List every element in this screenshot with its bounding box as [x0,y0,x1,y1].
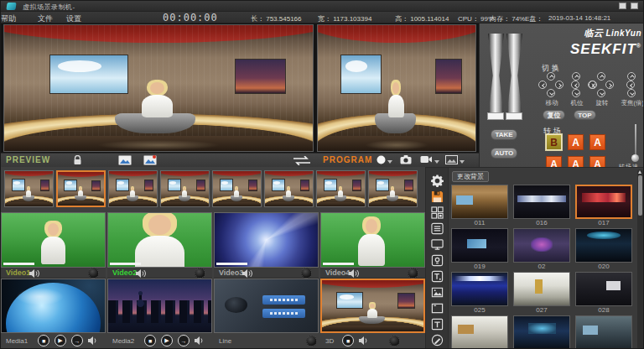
media2-loop-button[interactable]: → [178,335,190,346]
pad-down-button[interactable] [572,89,580,97]
source-settings-gear-icon[interactable] [195,268,205,279]
lock-icon[interactable] [73,155,85,165]
video-thumbnail[interactable] [214,212,319,268]
video-thumbnail[interactable] [320,212,425,268]
pad-left-button[interactable] [589,81,597,89]
camera-angle-thumbnail[interactable] [160,170,210,207]
image-layer-icon[interactable] [431,286,444,299]
take-button[interactable]: TAKE [491,129,517,140]
scene-grid-item[interactable]: 020 [575,228,632,272]
tbar-fader-right[interactable] [506,34,522,117]
scene-image-alt-icon[interactable] [143,155,155,165]
pad-down-button[interactable] [547,89,555,97]
camera-angle-thumbnail[interactable] [212,170,262,207]
transition-tile-button[interactable]: A [568,134,584,150]
scene-grid-item[interactable] [513,315,570,349]
media1-thumbnail[interactable] [1,279,106,333]
scene-grid-item[interactable]: 011 [451,185,508,228]
virtual-settings-gear-icon[interactable] [389,336,400,346]
scene-image-icon[interactable] [118,155,130,165]
source-settings-gear-icon[interactable] [408,268,418,279]
tbar-fader-left[interactable] [488,34,504,117]
pad-up-button[interactable] [572,72,580,81]
camera-angle-thumbnail[interactable] [368,170,418,207]
title-text-icon[interactable] [431,318,444,331]
source-settings-gear-icon[interactable] [88,268,99,279]
scene-grid-item[interactable]: 028 [575,272,632,315]
monitor-icon[interactable] [431,238,444,251]
speaker-icon[interactable] [349,269,359,278]
draw-pen-icon[interactable] [431,334,444,346]
top-button[interactable]: TOP [574,110,596,120]
speaker-icon[interactable] [136,269,146,278]
media1-loop-button[interactable]: → [71,335,83,346]
media1-stop-button[interactable]: ■ [38,335,49,346]
text-tool-icon[interactable] [431,270,444,283]
pad-up-button[interactable] [597,72,605,81]
camera-angle-thumbnail[interactable] [264,170,314,207]
playlist-icon[interactable] [431,222,444,235]
save-floppy-icon[interactable] [431,190,444,203]
scene-grid-item[interactable]: 02 [513,228,570,272]
line-thumbnail[interactable] [214,279,319,333]
media2-stop-button[interactable]: ■ [144,335,156,346]
scene-grid-item[interactable] [575,315,632,349]
effect-screen-icon[interactable] [431,254,444,267]
swap-arrows-icon[interactable] [291,156,303,166]
layout-grid-icon[interactable] [431,206,444,219]
pad-left-button[interactable] [538,81,547,89]
video-thumbnail[interactable] [107,212,212,268]
line-settings-gear-icon[interactable] [306,336,317,346]
scene-grid-item[interactable]: 019 [451,228,508,272]
virtual-speaker-icon[interactable] [359,336,369,345]
scene-grid-item[interactable]: 025 [451,272,508,315]
media1-play-button[interactable]: ▶ [55,335,66,346]
change-background-tab[interactable]: 更改背景 [452,171,489,182]
auto-button[interactable]: AUTO [491,148,517,159]
settings-gear-icon[interactable] [431,174,444,187]
pad-down-button[interactable] [597,89,605,97]
scene-grid-item[interactable] [451,315,508,349]
picture-caret-icon[interactable] [460,160,465,164]
pad-right-button[interactable] [605,81,614,89]
source-settings-gear-icon[interactable] [301,268,312,279]
media1-speaker-icon[interactable] [88,336,98,345]
virtual-stop-button[interactable]: ■ [342,335,354,346]
camcorder-caret-icon[interactable] [434,160,439,164]
pad-up-button[interactable] [547,72,555,81]
virtual-scene-thumbnail[interactable] [320,279,425,333]
library-scrollbar[interactable] [637,169,643,349]
camera-angle-thumbnail[interactable] [4,170,54,207]
snapshot-camera-icon[interactable] [400,155,412,165]
record-dot-icon[interactable] [377,155,388,165]
camcorder-icon[interactable] [420,155,432,165]
pad-up-button[interactable] [627,72,636,81]
transition-tile-button[interactable]: A [589,134,605,150]
camera-angle-thumbnail[interactable] [56,170,106,207]
pad-left-button[interactable] [571,81,579,89]
camera-angle-thumbnail[interactable] [316,170,366,207]
scrollbar-thumb[interactable] [638,175,642,216]
close-window-button[interactable] [631,3,638,9]
reset-button[interactable]: 复位 [543,110,565,120]
transition-tile-button[interactable]: B [546,134,562,150]
speaker-icon[interactable] [242,269,252,278]
frame-icon[interactable] [431,302,444,315]
scroll-up-icon[interactable] [638,170,641,174]
scene-grid-item[interactable]: 016 [513,185,570,228]
restore-window-button[interactable] [619,3,626,9]
pad-right-button[interactable] [555,81,564,89]
video-thumbnail[interactable] [1,212,106,268]
picture-frame-icon[interactable] [445,155,457,165]
camera-angle-thumbnail[interactable] [108,170,158,207]
slider-track[interactable] [635,124,636,158]
pad-down-button[interactable] [627,89,636,97]
record-caret-icon[interactable] [387,160,392,164]
pad-left-button[interactable] [626,81,635,89]
media2-play-button[interactable]: ▶ [161,335,173,346]
speaker-icon[interactable] [29,269,39,278]
scene-grid-item[interactable]: 017 [575,185,632,228]
media2-thumbnail[interactable] [107,279,212,333]
scene-grid-item[interactable]: 027 [513,272,570,315]
slider-knob[interactable] [631,154,639,162]
